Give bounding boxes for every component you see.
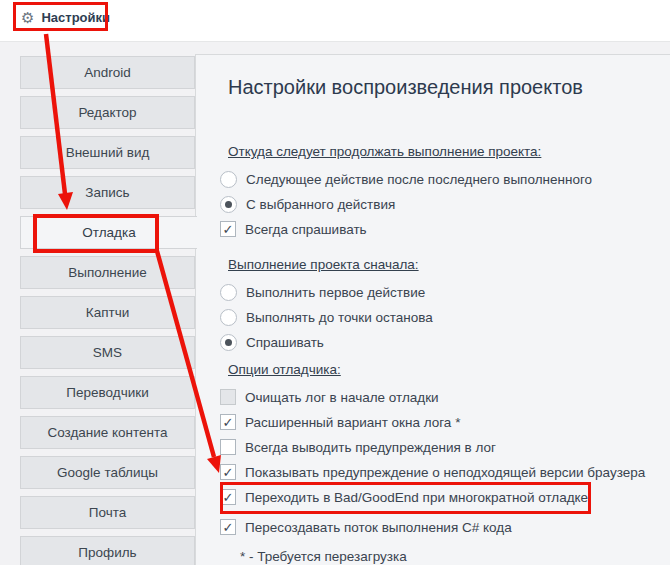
sidebar-item-10[interactable]: Google таблицы	[20, 456, 195, 489]
checkbox-row-0-2[interactable]: ✓Всегда спрашивать	[220, 220, 670, 238]
radio-checked-icon[interactable]	[220, 196, 237, 213]
radio-row-0-1[interactable]: С выбранного действия	[220, 195, 670, 213]
checkbox-row-2-5[interactable]: ✓Пересоздавать поток выполнения C# кода	[220, 518, 670, 536]
sidebar-item-1[interactable]: Редактор	[20, 96, 195, 129]
control-label: Переходить в Bad/GoodEnd при многократно…	[245, 490, 588, 505]
sidebar-item-3[interactable]: Запись	[20, 176, 195, 209]
checkbox-row-2-4[interactable]: ✓Переходить в Bad/GoodEnd при многократн…	[220, 488, 670, 506]
settings-menu-label: Настройки	[41, 10, 110, 25]
control-label: Пересоздавать поток выполнения C# кода	[245, 520, 512, 535]
checkbox-row-2-2[interactable]: Всегда выводить предупреждения в лог	[220, 438, 670, 456]
sidebar-item-11[interactable]: Почта	[20, 496, 195, 529]
control-label: С выбранного действия	[246, 197, 395, 212]
radio-unchecked-icon[interactable]	[220, 171, 237, 188]
sidebar-item-0[interactable]: Android	[20, 56, 195, 89]
radio-unchecked-icon[interactable]	[220, 309, 237, 326]
control-label: Спрашивать	[246, 335, 324, 350]
sidebar-item-5[interactable]: Выполнение	[20, 256, 195, 289]
control-label: Выполнить первое действие	[246, 285, 425, 300]
checkbox-row-2-1[interactable]: ✓Расширенный вариант окна лога *	[220, 413, 670, 431]
settings-section-2: Опции отладчика:Очищать лог в начале отл…	[228, 362, 670, 536]
checkbox-row-2-0[interactable]: Очищать лог в начале отладки	[220, 388, 670, 406]
restart-footnote: * - Требуется перезагрузка	[240, 549, 670, 564]
sidebar-item-6[interactable]: Каптчи	[20, 296, 195, 329]
checkbox-checked-icon[interactable]: ✓	[220, 519, 236, 535]
settings-panel: Настройки воспроизведения проектов Откуд…	[195, 54, 670, 565]
checkbox-row-2-3[interactable]: ✓Показывать предупреждение о неподходяще…	[220, 463, 670, 481]
sidebar-item-12[interactable]: Профиль	[20, 536, 195, 565]
radio-row-0-0[interactable]: Следующее действие после последнего выпо…	[220, 170, 670, 188]
control-label: Выполнять до точки останова	[246, 310, 433, 325]
page-title: Настройки воспроизведения проектов	[228, 75, 670, 99]
radio-row-1-2[interactable]: Спрашивать	[220, 333, 670, 351]
checkbox-unchecked-icon[interactable]	[220, 439, 236, 455]
radio-row-1-0[interactable]: Выполнить первое действие	[220, 283, 670, 301]
control-label: Расширенный вариант окна лога *	[245, 415, 460, 430]
gear-icon: ⚙	[21, 10, 34, 25]
control-label: Показывать предупреждение о неподходящей…	[245, 465, 645, 480]
sidebar-item-8[interactable]: Переводчики	[20, 376, 195, 409]
control-label: Очищать лог в начале отладки	[245, 390, 439, 405]
settings-sidebar: AndroidРедакторВнешний видЗаписьОтладкаВ…	[20, 56, 197, 565]
checkbox-checked-icon[interactable]: ✓	[220, 414, 236, 430]
checkbox-checked-icon[interactable]: ✓	[220, 464, 236, 480]
section-header-2: Опции отладчика:	[228, 362, 670, 378]
checkbox-checked-icon[interactable]: ✓	[220, 221, 236, 237]
settings-section-0: Откуда следует продолжать выполнение про…	[228, 144, 670, 238]
sidebar-item-2[interactable]: Внешний вид	[20, 136, 195, 169]
radio-checked-icon[interactable]	[220, 334, 237, 351]
section-header-1: Выполнение проекта сначала:	[228, 257, 670, 273]
settings-sections: Откуда следует продолжать выполнение про…	[228, 144, 670, 536]
topbar: ⚙ Настройки	[0, 0, 670, 42]
radio-dot	[225, 201, 232, 208]
settings-section-1: Выполнение проекта сначала:Выполнить пер…	[228, 257, 670, 351]
sidebar-item-7[interactable]: SMS	[20, 336, 195, 369]
radio-unchecked-icon[interactable]	[220, 284, 237, 301]
control-label: Всегда выводить предупреждения в лог	[245, 440, 496, 455]
sidebar-item-9[interactable]: Создание контента	[20, 416, 195, 449]
radio-row-1-1[interactable]: Выполнять до точки останова	[220, 308, 670, 326]
section-header-0: Откуда следует продолжать выполнение про…	[228, 144, 670, 160]
sidebar-item-4[interactable]: Отладка	[20, 216, 197, 249]
checkbox-checked-icon[interactable]: ✓	[220, 489, 236, 505]
control-label: Всегда спрашивать	[245, 222, 367, 237]
settings-menu-button[interactable]: ⚙ Настройки	[21, 7, 110, 27]
control-label: Следующее действие после последнего выпо…	[246, 172, 592, 187]
radio-dot	[225, 339, 232, 346]
checkbox-unchecked-icon[interactable]	[220, 389, 236, 405]
